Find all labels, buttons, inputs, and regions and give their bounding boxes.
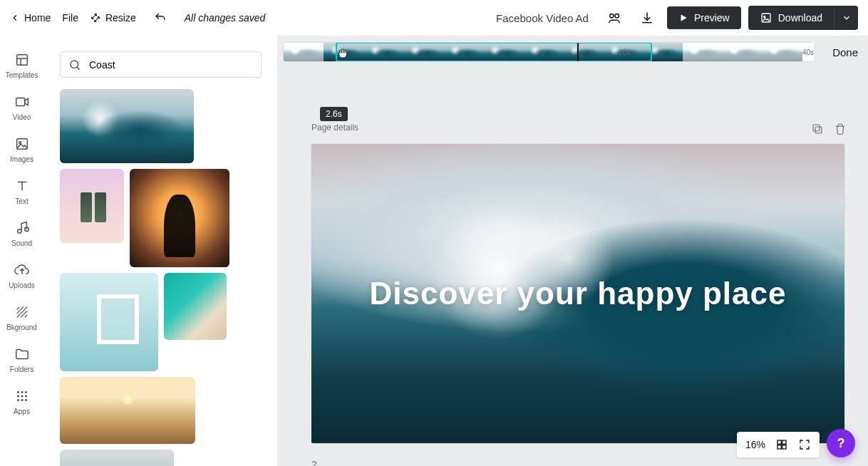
timeline-frame[interactable] bbox=[643, 43, 683, 61]
fullscreen-button[interactable] bbox=[798, 438, 811, 451]
duplicate-page-button[interactable] bbox=[811, 123, 824, 135]
resize-button[interactable]: Resize bbox=[90, 12, 136, 24]
download-icon-button[interactable] bbox=[634, 5, 660, 31]
download-label: Download bbox=[778, 12, 822, 24]
canvas-headline[interactable]: Discover your happy place bbox=[311, 144, 844, 443]
resize-icon bbox=[90, 12, 101, 24]
image-thumb-aerial-shore[interactable] bbox=[164, 273, 227, 340]
timeline-frame[interactable] bbox=[363, 43, 403, 61]
svg-line-18 bbox=[16, 307, 23, 314]
svg-rect-38 bbox=[782, 445, 786, 449]
svg-line-32 bbox=[77, 67, 79, 69]
help-button[interactable]: ? bbox=[827, 429, 855, 457]
download-caret[interactable] bbox=[834, 6, 858, 30]
svg-line-17 bbox=[16, 307, 19, 310]
svg-line-20 bbox=[21, 311, 27, 317]
rail-bkground-label: Bkground bbox=[6, 323, 37, 331]
grid-view-button[interactable] bbox=[775, 438, 788, 451]
preview-button[interactable]: Preview bbox=[667, 6, 741, 29]
play-icon bbox=[678, 13, 688, 23]
delete-page-button[interactable] bbox=[834, 123, 847, 135]
timeline-frame[interactable] bbox=[443, 43, 483, 61]
image-thumb-dunes-sunset[interactable] bbox=[60, 377, 195, 444]
rail-video[interactable]: Video bbox=[0, 86, 44, 128]
image-thumb-wave[interactable] bbox=[60, 89, 194, 163]
timeline-frame[interactable] bbox=[284, 43, 324, 61]
svg-point-0 bbox=[610, 14, 614, 19]
svg-rect-10 bbox=[16, 139, 27, 150]
undo-button[interactable] bbox=[148, 5, 173, 31]
rail-apps[interactable]: Apps bbox=[0, 380, 44, 423]
text-icon bbox=[14, 177, 31, 195]
top-bar: Home File Resize All changes saved Faceb… bbox=[0, 0, 868, 36]
timeline-row: 20s40s Done bbox=[283, 41, 862, 63]
undo-icon bbox=[154, 11, 167, 24]
svg-rect-34 bbox=[813, 125, 820, 131]
rail-templates[interactable]: Templates bbox=[0, 44, 44, 86]
timeline-frame[interactable] bbox=[683, 43, 723, 61]
svg-rect-35 bbox=[777, 440, 781, 444]
uploads-icon bbox=[14, 262, 31, 279]
save-status: All changes saved bbox=[185, 12, 266, 24]
file-menu[interactable]: File bbox=[62, 12, 78, 24]
svg-point-31 bbox=[71, 61, 78, 68]
bkground-icon bbox=[14, 304, 31, 321]
rail-bkground[interactable]: Bkground bbox=[0, 296, 44, 338]
canvas-page-1[interactable]: Discover your happy place bbox=[311, 144, 844, 443]
timeline-frame[interactable] bbox=[403, 43, 443, 61]
page-meta: Page details bbox=[311, 123, 358, 133]
rail-uploads[interactable]: Uploads bbox=[0, 254, 44, 296]
timeline-mark: 20s bbox=[619, 48, 630, 56]
image-thumb-surfer[interactable] bbox=[60, 450, 174, 466]
download-icon bbox=[760, 11, 773, 24]
video-icon bbox=[14, 93, 31, 110]
timeline-frame[interactable] bbox=[723, 43, 763, 61]
rail-sound[interactable]: Sound bbox=[0, 212, 44, 254]
document-title[interactable]: Facebook Video Ad bbox=[496, 12, 594, 24]
svg-point-27 bbox=[25, 395, 27, 398]
zoom-value[interactable]: 16% bbox=[745, 439, 765, 450]
page-details-label[interactable]: Page details bbox=[311, 123, 358, 133]
rail-folders[interactable]: Folders bbox=[0, 338, 44, 380]
timeline-frame[interactable] bbox=[763, 43, 802, 61]
svg-point-26 bbox=[21, 395, 23, 398]
svg-rect-8 bbox=[16, 98, 24, 106]
svg-rect-33 bbox=[815, 127, 822, 133]
svg-point-24 bbox=[25, 391, 27, 393]
svg-rect-37 bbox=[777, 445, 781, 449]
top-bar-left: Home File Resize All changes saved bbox=[10, 5, 265, 31]
rail-text[interactable]: Text bbox=[0, 170, 44, 212]
share-icon bbox=[606, 10, 622, 26]
download-button[interactable]: Download bbox=[748, 6, 834, 30]
share-button[interactable] bbox=[601, 5, 627, 31]
home-label: Home bbox=[24, 12, 51, 24]
grab-cursor-icon bbox=[336, 47, 349, 60]
page-actions bbox=[811, 123, 847, 135]
sound-icon bbox=[14, 219, 31, 237]
svg-point-28 bbox=[17, 399, 19, 401]
timeline-frame[interactable] bbox=[563, 43, 603, 61]
timeline-frame[interactable] bbox=[483, 43, 523, 61]
svg-point-23 bbox=[21, 391, 23, 393]
image-grid bbox=[60, 89, 262, 466]
svg-point-1 bbox=[615, 14, 619, 19]
timeline[interactable]: 20s40s bbox=[283, 42, 815, 62]
svg-rect-5 bbox=[16, 55, 27, 66]
editor-area: 20s40s Done 2.6s Page details Discover y… bbox=[277, 36, 868, 466]
image-thumb-silhouette[interactable] bbox=[130, 169, 229, 267]
timeline-frame[interactable] bbox=[523, 43, 563, 61]
done-button[interactable]: Done bbox=[828, 46, 862, 58]
search-input[interactable] bbox=[60, 51, 262, 78]
folders-icon bbox=[14, 346, 31, 363]
image-panel bbox=[44, 36, 277, 466]
preview-label: Preview bbox=[694, 12, 730, 24]
page-number: 2 bbox=[311, 459, 317, 466]
svg-point-4 bbox=[763, 16, 765, 17]
rail-images[interactable]: Images bbox=[0, 128, 44, 170]
image-thumb-palms[interactable] bbox=[60, 169, 124, 243]
timeline-playhead[interactable] bbox=[577, 42, 579, 62]
home-link[interactable]: Home bbox=[10, 12, 51, 24]
download-arrow-icon bbox=[640, 11, 654, 25]
timeline-mark: 40s bbox=[802, 48, 814, 56]
image-thumb-polaroid[interactable] bbox=[60, 273, 158, 371]
